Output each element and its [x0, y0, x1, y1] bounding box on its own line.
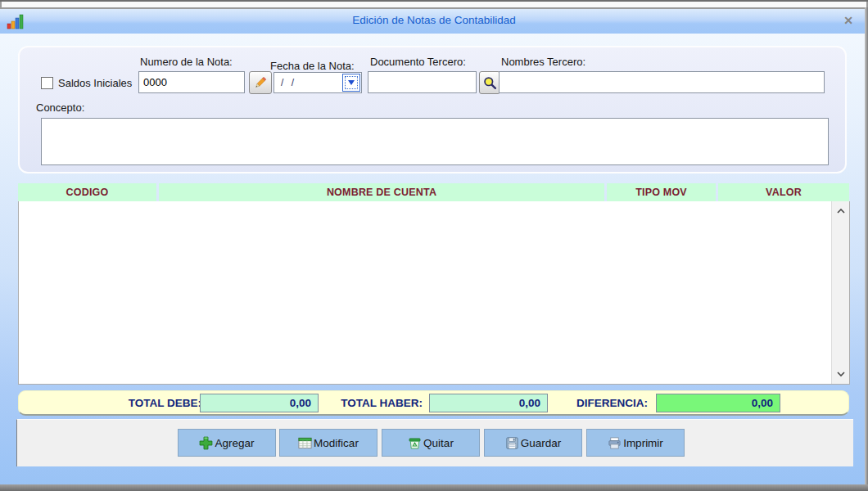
totals-bar: TOTAL DEBE: 0,00 TOTAL HABER: 0,00 DIFER…	[18, 390, 849, 416]
modificar-button[interactable]: Modificar	[279, 429, 377, 457]
total-haber-value: 0,00	[429, 394, 548, 412]
nombres-tercero-label: Nombres Tercero:	[501, 56, 585, 68]
window-right-border	[865, 7, 868, 484]
documento-tercero-input[interactable]	[368, 71, 477, 93]
add-plus-icon	[199, 436, 213, 450]
title-bar: Edición de Notas de Contabilidad ✕	[0, 9, 868, 34]
agregar-label: Agregar	[215, 437, 254, 449]
column-header-valor: VALOR	[718, 183, 849, 201]
column-header-nombre-de-cuenta: NOMBRE DE CUENTA	[159, 183, 604, 201]
window-bottom-border	[0, 484, 868, 491]
fecha-value: / /	[281, 77, 296, 88]
concepto-textarea[interactable]	[41, 118, 829, 165]
imprimir-label: Imprimir	[623, 437, 663, 449]
total-haber-label: TOTAL HABER:	[328, 397, 423, 409]
table-grid-icon	[298, 436, 312, 450]
total-debe-label: TOTAL DEBE:	[68, 397, 201, 409]
close-icon[interactable]: ✕	[843, 14, 853, 27]
floppy-disk-icon	[505, 436, 519, 450]
modificar-label: Modificar	[314, 437, 359, 449]
page-title: Edición de Notas de Contabilidad	[0, 14, 868, 26]
printer-icon	[608, 436, 622, 450]
window: Edición de Notas de Contabilidad ✕ Saldo…	[0, 0, 868, 491]
search-icon	[483, 76, 497, 90]
recycle-bin-icon	[408, 436, 422, 450]
quitar-label: Quitar	[423, 437, 454, 449]
diferencia-value: 0,00	[656, 394, 780, 412]
column-header-codigo: CODIGO	[18, 183, 156, 201]
scroll-down-button[interactable]	[832, 366, 849, 382]
note-form-panel: Saldos Iniciales Numero de la Nota: Fech…	[18, 46, 847, 173]
chevron-up-icon	[835, 207, 847, 215]
search-tercero-button[interactable]	[479, 71, 500, 94]
pencil-icon	[253, 75, 268, 90]
quitar-button[interactable]: Quitar	[382, 429, 480, 457]
chevron-down-icon	[835, 370, 847, 378]
edit-numero-button[interactable]	[249, 71, 272, 94]
total-debe-value: 0,00	[200, 394, 319, 412]
saldos-iniciales-checkbox[interactable]: Saldos Iniciales	[41, 77, 132, 89]
fecha-nota-label: Fecha de la Nota:	[270, 60, 355, 72]
numero-nota-label: Numero de la Nota:	[140, 56, 233, 68]
guardar-button[interactable]: Guardar	[484, 429, 582, 457]
saldos-iniciales-label: Saldos Iniciales	[58, 77, 132, 89]
nombres-tercero-input[interactable]	[499, 71, 825, 93]
accounts-table-body	[18, 201, 850, 385]
concepto-label: Concepto:	[36, 101, 84, 114]
guardar-label: Guardar	[521, 437, 562, 449]
fecha-dropdown-button[interactable]	[342, 74, 360, 92]
checkbox-box-icon[interactable]	[41, 77, 53, 89]
vertical-scrollbar[interactable]	[831, 201, 849, 384]
numero-nota-input[interactable]	[138, 71, 245, 93]
column-header-tipo-mov: TIPO MOV	[607, 183, 716, 201]
diferencia-label: DIFERENCIA:	[553, 397, 648, 409]
fecha-nota-input[interactable]: / /	[274, 72, 362, 93]
scroll-up-button[interactable]	[832, 203, 849, 219]
agregar-button[interactable]: Agregar	[178, 429, 276, 457]
chevron-down-icon	[348, 80, 355, 85]
window-top-strip	[0, 2, 868, 7]
documento-tercero-label: Documento Tercero:	[370, 56, 466, 68]
imprimir-button[interactable]: Imprimir	[586, 429, 685, 457]
